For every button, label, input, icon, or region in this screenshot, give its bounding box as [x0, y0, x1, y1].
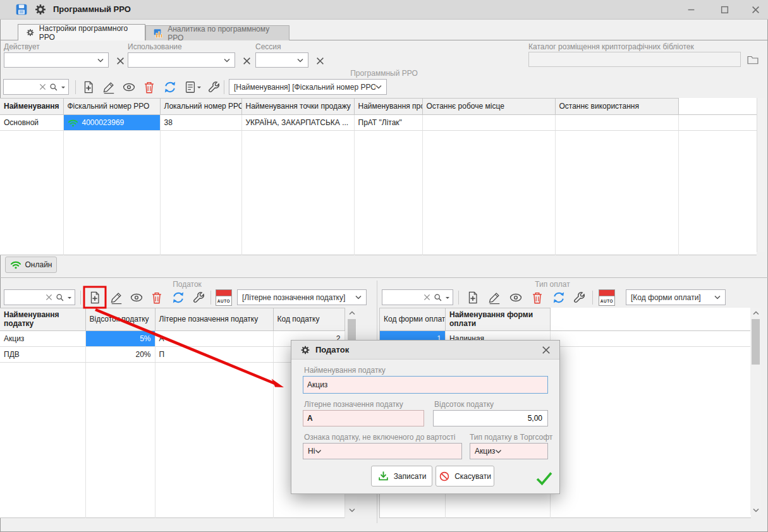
title-bar: Программный РРО — [0, 0, 768, 20]
column-header[interactable]: Фіскальний номер РРО — [63, 99, 160, 115]
edit-icon[interactable] — [108, 289, 125, 306]
column-header[interactable]: Найменування форми оплати — [446, 308, 551, 331]
search-options-icon[interactable] — [446, 297, 449, 301]
tax-torgsoft-type-combo[interactable]: Акциз — [470, 443, 548, 459]
app-window: Программный РРО Настройки программного Р… — [0, 0, 768, 532]
edit-icon[interactable] — [486, 289, 503, 306]
pay-sort-combo[interactable]: [Код форми оплати] — [626, 289, 726, 305]
filter-usage-combo[interactable] — [128, 52, 235, 68]
scroll-down-icon[interactable] — [346, 505, 357, 515]
tax-not-included-combo[interactable]: Ні — [303, 443, 462, 459]
column-header[interactable]: Код форми оплати — [380, 308, 446, 331]
service-icon[interactable] — [571, 289, 587, 306]
filter-effective-clear-icon[interactable] — [114, 54, 126, 67]
add-icon[interactable] — [87, 289, 103, 306]
wifi-icon — [10, 260, 21, 269]
refresh-icon[interactable] — [170, 289, 186, 306]
clear-icon[interactable] — [39, 83, 46, 90]
search-icon[interactable] — [56, 293, 64, 302]
filter-usage-clear-icon[interactable] — [240, 54, 253, 67]
scroll-thumb[interactable] — [752, 319, 760, 365]
pay-group-label: Тип оплат — [379, 280, 726, 289]
cell-last-workplace — [422, 115, 555, 131]
delete-icon[interactable] — [529, 289, 546, 306]
search-icon[interactable] — [434, 293, 442, 302]
auto-numbering-icon[interactable]: AUTO — [599, 289, 615, 306]
tax-name-input[interactable] — [303, 376, 548, 394]
cell-tax-percent: 20% — [85, 347, 155, 363]
tax-letter-input[interactable] — [303, 410, 424, 426]
column-header[interactable]: Останнє використання — [555, 99, 678, 115]
search-options-icon[interactable] — [68, 297, 71, 301]
search-icon[interactable] — [49, 83, 58, 92]
scroll-down-icon[interactable] — [750, 505, 761, 515]
toolbar-separator — [592, 291, 593, 305]
dialog-title-bar[interactable]: Податок — [291, 341, 559, 360]
pay-search-box — [382, 289, 453, 305]
view-icon[interactable] — [508, 289, 524, 306]
column-header[interactable]: Код податку — [273, 308, 344, 331]
column-header-filler — [551, 308, 751, 331]
tax-percent-input[interactable] — [433, 410, 548, 426]
scroll-up-icon[interactable] — [750, 308, 761, 318]
service-icon[interactable] — [205, 79, 222, 95]
tab-settings[interactable]: Настройки программного РРО — [18, 24, 145, 40]
cell-tax-name: ПДВ — [0, 347, 85, 363]
filter-session-combo[interactable] — [255, 52, 308, 68]
refresh-icon[interactable] — [162, 79, 178, 95]
filter-effective-combo[interactable] — [4, 52, 109, 68]
chevron-down-icon — [714, 295, 721, 299]
folder-icon[interactable] — [747, 53, 759, 66]
close-icon[interactable] — [542, 346, 551, 354]
view-icon[interactable] — [121, 79, 137, 95]
column-header[interactable]: Найменування — [0, 99, 63, 115]
column-header[interactable]: Літерне позначення податку — [155, 308, 273, 331]
cell-tax-name: Акциз — [0, 331, 85, 347]
maximize-button[interactable] — [715, 3, 734, 16]
tax-sort-combo[interactable]: [Літерне позначення податку] — [237, 289, 367, 305]
table-row[interactable]: Основной 4000023969 38 УКРАЇНА, ЗАКАРПАТ… — [0, 115, 757, 131]
view-icon[interactable] — [128, 289, 145, 306]
rro-search-input[interactable] — [7, 82, 36, 92]
edit-icon[interactable] — [101, 79, 117, 95]
column-header[interactable]: Найменування податку — [0, 308, 85, 331]
report-icon[interactable] — [181, 79, 203, 95]
tab-label: Аналитика по программному РРО — [168, 25, 281, 42]
filter-session-clear-icon[interactable] — [314, 54, 326, 67]
close-button[interactable] — [746, 3, 765, 16]
minimize-button[interactable] — [681, 3, 700, 16]
online-status-chip[interactable]: Онлайн — [5, 257, 57, 273]
save-button[interactable]: Записати — [371, 466, 432, 487]
clear-icon[interactable] — [46, 294, 52, 301]
column-header[interactable]: Відсоток податку — [85, 308, 155, 331]
pay-table-scrollbar[interactable] — [750, 308, 761, 515]
delete-icon[interactable] — [141, 79, 157, 95]
save-icon — [377, 470, 389, 482]
add-icon[interactable] — [465, 289, 481, 306]
column-header[interactable]: Локальний номер РРО — [160, 99, 241, 115]
service-icon[interactable] — [190, 289, 207, 306]
clear-icon[interactable] — [424, 294, 430, 301]
cancel-button[interactable]: Скасувати — [436, 466, 494, 487]
column-header[interactable]: Найменування точки продажу — [241, 99, 354, 115]
rro-sort-combo[interactable]: [Найменування] [Фіскальний номер РРО] — [229, 79, 387, 95]
crypto-catalog-input[interactable] — [528, 52, 741, 67]
column-header[interactable]: Останнє робоче місце — [422, 99, 555, 115]
rro-table-scrollbar[interactable] — [757, 98, 765, 252]
tab-analytics[interactable]: Аналитика по программному РРО — [145, 25, 290, 40]
tax-name-label: Найменування податку — [304, 366, 386, 375]
search-options-icon[interactable] — [61, 87, 65, 90]
scroll-up-icon[interactable] — [346, 308, 357, 318]
add-icon[interactable] — [80, 79, 97, 95]
refresh-icon[interactable] — [551, 289, 567, 306]
filter-session-label: Сессия — [255, 42, 281, 51]
auto-numbering-icon[interactable]: AUTO — [216, 289, 232, 306]
tax-search-input[interactable] — [8, 293, 42, 303]
filter-usage-label: Использование — [128, 42, 182, 51]
pay-search-input[interactable] — [386, 293, 420, 303]
chevron-down-icon — [97, 58, 104, 63]
column-header-filler — [678, 99, 757, 115]
delete-icon[interactable] — [149, 289, 165, 306]
column-header[interactable]: Найменування продавця — [354, 99, 422, 115]
tax-torgsoft-type-label: Тип податку в Торгсофт — [470, 433, 552, 442]
